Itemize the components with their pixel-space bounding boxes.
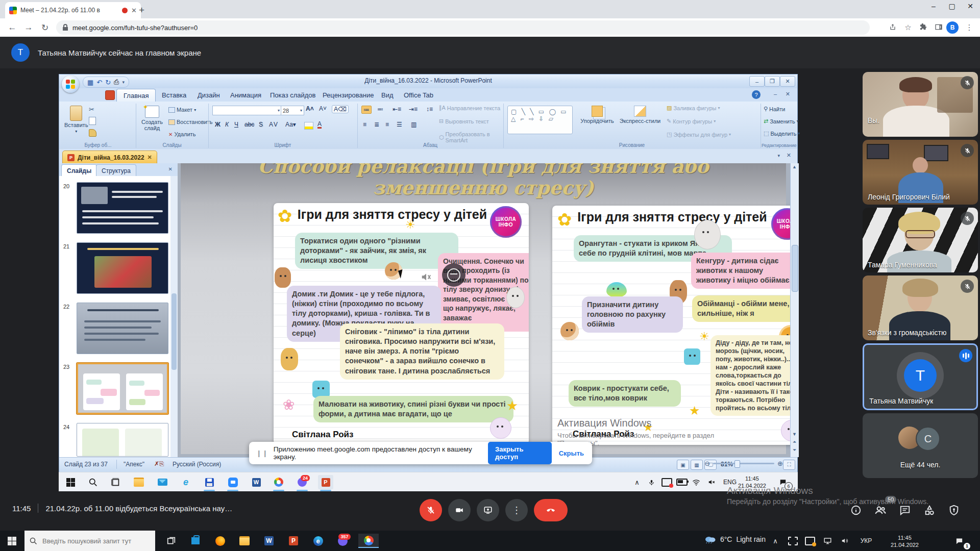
window-close-button[interactable]: ✕ bbox=[963, 2, 978, 10]
host-controls-icon[interactable] bbox=[947, 504, 961, 517]
doc-tabs-close-icon[interactable]: ✕ bbox=[787, 152, 791, 159]
viber-icon[interactable]: 24 bbox=[295, 475, 310, 489]
align-left-icon[interactable]: ≡ bbox=[361, 121, 368, 128]
increase-indent-icon[interactable]: ⇥≡ bbox=[407, 106, 419, 113]
bold-button[interactable]: Ж bbox=[213, 121, 222, 128]
scrollbar-thumb[interactable] bbox=[792, 245, 798, 292]
scroll-up-icon[interactable]: ▲ bbox=[791, 164, 798, 169]
char-spacing-icon[interactable]: AV bbox=[267, 121, 280, 128]
previous-slide-icon[interactable]: ⏶ bbox=[791, 439, 798, 445]
select-button[interactable]: ⬚Выделить▾ bbox=[764, 130, 800, 137]
store-icon[interactable] bbox=[187, 534, 204, 548]
tray-screenrec-icon[interactable] bbox=[801, 534, 819, 548]
more-options-button[interactable]: ⋮ bbox=[505, 499, 528, 521]
search-icon[interactable] bbox=[85, 475, 101, 489]
fit-to-window-icon[interactable]: ⛶ bbox=[783, 460, 795, 470]
normal-view-icon[interactable]: ▣ bbox=[677, 460, 689, 470]
participant-tile-more[interactable]: C Ещё 44 чел. bbox=[863, 413, 978, 478]
shadow-button[interactable]: S bbox=[257, 121, 264, 128]
tab-insert[interactable]: Вставка bbox=[155, 89, 193, 102]
tray-volume-icon[interactable] bbox=[836, 534, 853, 548]
new-tab-button[interactable]: + bbox=[139, 5, 144, 16]
tray-network-icon[interactable] bbox=[819, 534, 836, 548]
word-icon[interactable]: W bbox=[249, 475, 264, 489]
bookmark-star-icon[interactable]: ☆ bbox=[900, 23, 916, 32]
powerpoint-icon[interactable]: P bbox=[285, 534, 302, 548]
tab-slideshow[interactable]: Показ слайдов bbox=[263, 89, 323, 102]
quick-styles-button[interactable]: Экспресс-стили bbox=[619, 106, 662, 124]
start-button[interactable] bbox=[3, 534, 20, 548]
camera-toggle-button[interactable] bbox=[448, 499, 471, 521]
tray-battery-icon[interactable] bbox=[674, 475, 690, 489]
ribbon-close-icon[interactable]: ✕ bbox=[786, 91, 790, 97]
language-indicator[interactable]: УКР bbox=[857, 534, 875, 548]
smartart-button[interactable]: ⬡Преобразовать в SmartArt bbox=[439, 131, 502, 143]
language-indicator[interactable]: Русский (Россия) bbox=[173, 461, 221, 468]
ppt-minimize-button[interactable]: – bbox=[749, 76, 765, 87]
zoom-app-icon[interactable] bbox=[225, 475, 240, 489]
tab-home[interactable]: Главная bbox=[116, 89, 156, 102]
tab-design[interactable]: Дизайн bbox=[191, 89, 227, 102]
mic-toggle-button-muted[interactable] bbox=[420, 499, 442, 521]
align-text-button[interactable]: ⊟Выровнять текст bbox=[439, 118, 489, 124]
font-size-combo[interactable]: 28▾ bbox=[281, 106, 304, 115]
change-case-button[interactable]: Аа▾ bbox=[284, 121, 298, 128]
tray-screenrec-icon[interactable] bbox=[659, 475, 674, 489]
window-maximize-button[interactable]: ▢ bbox=[944, 2, 960, 10]
stop-sharing-button[interactable]: Закрыть доступ bbox=[488, 442, 552, 464]
ribbon-minimize-icon[interactable]: – bbox=[774, 91, 777, 97]
shape-outline-button[interactable]: ✎Контур фигуры▾ bbox=[667, 118, 716, 124]
address-bar[interactable]: meet.google.com/fuh-tufu-she?authuser=0 bbox=[56, 20, 870, 35]
ppt-help-icon[interactable]: ? bbox=[752, 90, 761, 99]
task-view-icon[interactable] bbox=[108, 475, 123, 489]
tray-chevron-icon[interactable]: ∧ bbox=[629, 475, 645, 489]
edge-icon[interactable]: e bbox=[309, 534, 327, 548]
tab-outline-pane[interactable]: Структура bbox=[96, 164, 136, 177]
slide-scrollbar[interactable]: ▲ ▼ ⏶ ⏷ bbox=[790, 163, 799, 457]
side-panel-icon[interactable] bbox=[931, 23, 946, 33]
font-color-icon[interactable]: A bbox=[317, 121, 322, 129]
align-center-icon[interactable]: ≣ bbox=[373, 121, 381, 128]
clear-format-icon[interactable]: A⌫ bbox=[332, 105, 349, 113]
bullets-icon[interactable]: ≔ bbox=[361, 106, 372, 114]
tab-close-icon[interactable]: ✕ bbox=[131, 7, 137, 14]
tab-officetab[interactable]: Office Tab bbox=[397, 89, 440, 102]
tray-mic-icon[interactable] bbox=[644, 475, 659, 489]
tray-volume-muted-icon[interactable] bbox=[704, 475, 719, 489]
line-spacing-icon[interactable]: ↕≡ bbox=[425, 106, 434, 113]
spellcheck-icon[interactable]: ✗⎘ bbox=[154, 460, 164, 467]
cut-icon[interactable]: ✂ bbox=[89, 106, 94, 113]
highlight-color-icon[interactable] bbox=[304, 122, 313, 130]
tray-chevron-icon[interactable]: ∧ bbox=[767, 534, 784, 548]
layout-button[interactable]: Макет▾ bbox=[168, 107, 196, 113]
doc-tab-close-icon[interactable]: ✕ bbox=[148, 154, 152, 161]
font-name-combo[interactable]: ▾ bbox=[212, 106, 282, 115]
drag-handle-icon[interactable]: ❙❙ bbox=[256, 449, 268, 457]
format-painter-icon[interactable] bbox=[89, 129, 96, 137]
weather-widget[interactable]: 6°C Light rain bbox=[704, 535, 766, 543]
shapes-gallery[interactable]: ▢ ╲ ╲ ▭ ◯ ▭ △ ⌐ ⇨ ⇩ ▱ bbox=[507, 106, 573, 134]
file-explorer-icon[interactable] bbox=[236, 534, 253, 548]
zoom-in-icon[interactable]: ⊕ bbox=[777, 460, 783, 467]
participant-tile-pr[interactable]: Зв'язки з громадськістю bbox=[863, 276, 978, 340]
find-button[interactable]: ⚲Найти bbox=[764, 106, 785, 112]
participant-tile-tatyana-active[interactable]: T Татьяна Матвийчук bbox=[863, 343, 978, 410]
sorter-view-icon[interactable]: ▦ bbox=[691, 460, 703, 470]
delete-slide-button[interactable]: ✕ Удалить bbox=[168, 131, 195, 137]
slide-thumbnail-24[interactable] bbox=[77, 423, 168, 457]
powerpoint-icon-active[interactable]: P bbox=[318, 475, 333, 489]
present-screen-button[interactable] bbox=[477, 499, 499, 521]
shape-fill-button[interactable]: ▨Заливка фигуры▾ bbox=[667, 105, 720, 111]
pane-scrollbar[interactable] bbox=[170, 176, 178, 457]
tray-capture-icon[interactable] bbox=[784, 534, 801, 548]
file-explorer-icon[interactable] bbox=[131, 475, 146, 489]
slide-thumbnail-22[interactable] bbox=[77, 303, 168, 354]
forward-button[interactable]: → bbox=[20, 22, 37, 33]
word-icon[interactable]: W bbox=[260, 534, 278, 548]
notification-center-icon[interactable]: 1 bbox=[950, 534, 968, 548]
decrease-indent-icon[interactable]: ⇤≡ bbox=[391, 106, 403, 113]
italic-button[interactable]: К bbox=[224, 121, 230, 128]
start-button[interactable] bbox=[63, 475, 78, 489]
floppy-app-icon[interactable] bbox=[202, 475, 217, 489]
chrome-icon-active[interactable] bbox=[358, 534, 379, 548]
